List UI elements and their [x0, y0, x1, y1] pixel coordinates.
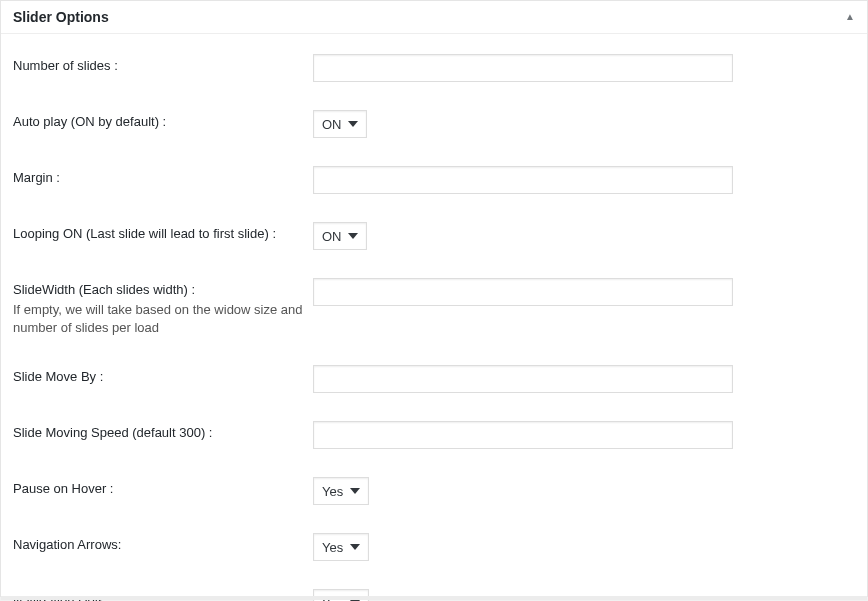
select-autoplay[interactable]: ON — [313, 110, 367, 138]
input-margin[interactable] — [313, 166, 733, 194]
footer-shadow — [1, 596, 867, 600]
select-pause-on-hover[interactable]: Yes — [313, 477, 369, 505]
field-row-nav-arrows: Navigation Arrows: Yes — [13, 523, 855, 579]
field-row-pause-on-hover: Pause on Hover : Yes — [13, 467, 855, 523]
input-slide-speed[interactable] — [313, 421, 733, 449]
label-slidewidth: SlideWidth (Each slides width) : — [13, 282, 195, 297]
label-nav-arrows: Navigation Arrows: — [13, 533, 313, 552]
help-slidewidth: If empty, we will take based on the wido… — [13, 301, 303, 337]
field-row-number-of-slides: Number of slides : — [13, 44, 855, 100]
collapse-toggle-icon[interactable]: ▲ — [845, 12, 855, 22]
field-row-slidewidth: SlideWidth (Each slides width) : If empt… — [13, 268, 855, 355]
label-number-of-slides: Number of slides : — [13, 54, 313, 73]
label-pause-on-hover: Pause on Hover : — [13, 477, 313, 496]
metabox-body: Number of slides : Auto play (ON by defa… — [1, 34, 867, 601]
label-slide-speed: Slide Moving Speed (default 300) : — [13, 421, 313, 440]
field-row-autoplay: Auto play (ON by default) : ON — [13, 100, 855, 156]
label-autoplay: Auto play (ON by default) : — [13, 110, 313, 129]
label-margin: Margin : — [13, 166, 313, 185]
field-row-looping: Looping ON (Last slide will lead to firs… — [13, 212, 855, 268]
label-slide-move-by: Slide Move By : — [13, 365, 313, 384]
label-looping: Looping ON (Last slide will lead to firs… — [13, 222, 313, 241]
field-row-margin: Margin : — [13, 156, 855, 212]
input-slide-move-by[interactable] — [313, 365, 733, 393]
metabox-title: Slider Options — [13, 9, 109, 25]
field-row-slide-speed: Slide Moving Speed (default 300) : — [13, 411, 855, 467]
select-nav-arrows[interactable]: Yes — [313, 533, 369, 561]
select-looping[interactable]: ON — [313, 222, 367, 250]
field-row-slide-move-by: Slide Move By : — [13, 355, 855, 411]
slider-options-metabox: Slider Options ▲ Number of slides : Auto… — [0, 0, 868, 597]
metabox-header[interactable]: Slider Options ▲ — [1, 1, 867, 34]
input-slidewidth[interactable] — [313, 278, 733, 306]
input-number-of-slides[interactable] — [313, 54, 733, 82]
